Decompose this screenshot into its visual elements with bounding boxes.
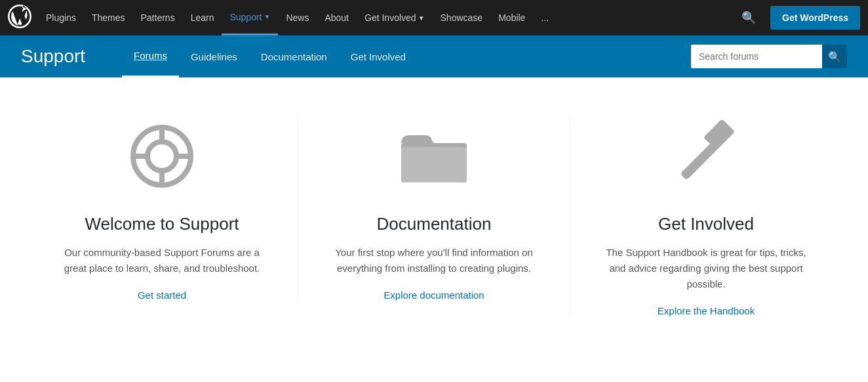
get-involved-title: Get Involved — [658, 214, 754, 234]
welcome-title: Welcome to Support — [85, 214, 239, 234]
support-nav-guidelines[interactable]: Guidelines — [179, 35, 249, 77]
explore-handbook-link[interactable]: Explore the Handbook — [658, 305, 755, 316]
documentation-title: Documentation — [377, 214, 492, 234]
nav-item-get-involved[interactable]: Get Involved ▼ — [357, 0, 433, 35]
support-chevron-icon: ▼ — [264, 13, 271, 20]
svg-point-2 — [148, 142, 176, 171]
main-content: Welcome to Support Our community-based S… — [0, 77, 868, 369]
documentation-icon-area — [395, 117, 473, 196]
welcome-icon-area — [123, 117, 201, 196]
support-nav: Forums Guidelines Documentation Get Invo… — [122, 35, 670, 77]
documentation-desc: Your first stop where you'll find inform… — [325, 245, 543, 276]
support-bar: Support Forums Guidelines Documentation … — [0, 35, 868, 77]
nav-item-learn[interactable]: Learn — [183, 0, 222, 35]
folder-icon — [398, 123, 470, 189]
nav-item-themes[interactable]: Themes — [84, 0, 133, 35]
search-button[interactable]: 🔍 — [822, 45, 847, 68]
nav-item-news[interactable]: News — [278, 0, 317, 35]
nav-item-support[interactable]: Support ▼ — [222, 0, 278, 35]
get-involved-chevron-icon: ▼ — [418, 14, 425, 22]
nav-item-about[interactable]: About — [317, 0, 357, 35]
support-nav-documentation[interactable]: Documentation — [249, 35, 339, 77]
nav-item-showcase[interactable]: Showcase — [433, 0, 491, 35]
svg-rect-8 — [401, 147, 467, 182]
search-input[interactable] — [691, 45, 822, 68]
hammer-icon — [670, 120, 742, 192]
get-involved-card: Get Involved The Support Handbook is gre… — [570, 117, 842, 316]
top-search-icon[interactable]: 🔍 — [732, 11, 765, 25]
support-nav-forums[interactable]: Forums — [122, 35, 179, 77]
get-wordpress-button[interactable]: Get WordPress — [770, 6, 860, 30]
top-nav-links: Plugins Themes Patterns Learn Support ▼ … — [38, 0, 732, 35]
nav-item-patterns[interactable]: Patterns — [133, 0, 183, 35]
explore-docs-link[interactable]: Explore documentation — [384, 289, 484, 301]
get-involved-icon-area — [667, 117, 745, 196]
search-area: 🔍 — [691, 45, 847, 68]
lifering-icon — [129, 123, 195, 189]
svg-rect-9 — [680, 141, 719, 180]
search-icon: 🔍 — [828, 51, 841, 63]
get-started-link[interactable]: Get started — [138, 289, 186, 301]
top-navigation: Plugins Themes Patterns Learn Support ▼ … — [0, 0, 868, 35]
get-involved-desc: The Support Handbook is great for tips, … — [597, 245, 816, 292]
support-nav-get-involved[interactable]: Get Involved — [339, 35, 418, 77]
documentation-card: Documentation Your first stop where you'… — [298, 117, 570, 301]
support-title: Support — [21, 46, 85, 67]
nav-item-plugins[interactable]: Plugins — [38, 0, 84, 35]
wp-logo[interactable] — [8, 5, 38, 31]
welcome-card: Welcome to Support Our community-based S… — [26, 117, 298, 301]
nav-item-mobile[interactable]: Mobile — [490, 0, 533, 35]
nav-more-button[interactable]: ... — [533, 12, 557, 23]
welcome-desc: Our community-based Support Forums are a… — [52, 245, 271, 276]
